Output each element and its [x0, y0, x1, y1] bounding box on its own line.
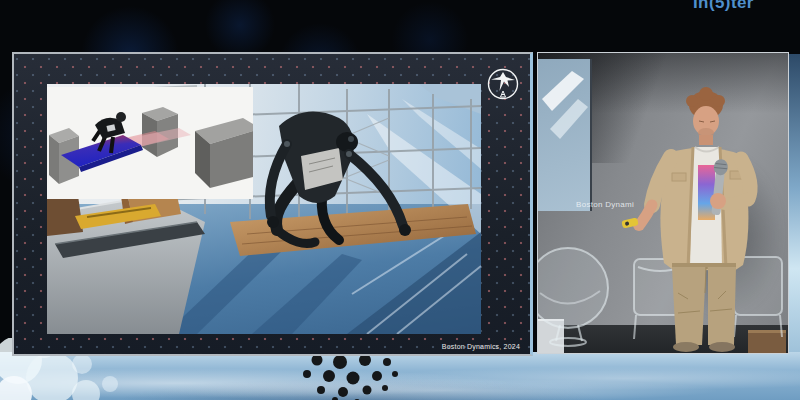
- livestream-frame: In(5)ter: [0, 0, 800, 400]
- event-logo: In(5)ter: [693, 0, 754, 13]
- bird-in-circle-icon: [486, 67, 520, 101]
- speaker-scene: [538, 53, 788, 353]
- video-caption: Boston Dynamics, 2024: [442, 343, 520, 350]
- slide-panel: Boston Dynamics, 2024: [12, 52, 533, 356]
- ghost-chair-2: [734, 257, 782, 337]
- robot-video: [47, 84, 481, 334]
- sim-box-right: [195, 118, 253, 188]
- bubble-chair: [538, 248, 608, 346]
- speaker-camera-panel: Boston Dynami: [537, 52, 789, 354]
- speaker-pants: [672, 263, 736, 345]
- simulation-inset: [47, 87, 253, 199]
